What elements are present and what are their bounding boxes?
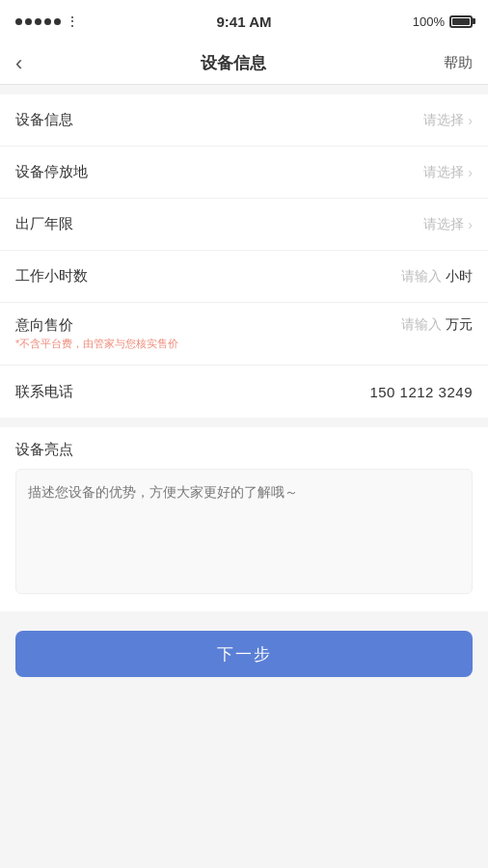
status-time: 9:41 AM: [217, 14, 272, 30]
phone-value: 150 1212 3249: [369, 384, 473, 400]
phone-row[interactable]: 联系电话 150 1212 3249: [0, 366, 488, 418]
manufacture-year-placeholder: 请选择: [423, 216, 464, 233]
device-location-label: 设备停放地: [15, 163, 88, 181]
phone-label: 联系电话: [15, 383, 73, 401]
intended-price-unit: 万元: [446, 316, 473, 334]
manufacture-year-right: 请选择 ›: [423, 216, 473, 233]
chevron-right-icon: ›: [468, 113, 473, 128]
work-hours-placeholder: 请输入: [401, 268, 442, 285]
work-hours-right: 请输入 小时: [401, 268, 473, 285]
device-info-label: 设备信息: [15, 111, 73, 129]
device-info-row[interactable]: 设备信息 请选择 ›: [0, 95, 488, 147]
highlight-textarea[interactable]: [15, 469, 473, 594]
status-left: ⋮: [15, 14, 79, 29]
highlight-label: 设备亮点: [15, 441, 473, 459]
device-location-right: 请选择 ›: [423, 164, 473, 181]
manufacture-year-label: 出厂年限: [15, 215, 73, 233]
signal-icon: [15, 18, 61, 25]
nav-bar: ‹ 设备信息 帮助: [0, 42, 488, 85]
back-button[interactable]: ‹: [15, 51, 22, 76]
manufacture-year-row[interactable]: 出厂年限 请选择 ›: [0, 199, 488, 251]
intended-price-placeholder: 请输入: [401, 316, 442, 334]
intended-price-row[interactable]: 意向售价 *不含平台费，由管家与您核实售价 请输入 万元: [0, 303, 488, 366]
chevron-right-icon: ›: [468, 217, 473, 232]
intended-price-label: 意向售价: [15, 316, 178, 335]
work-hours-label: 工作小时数: [15, 267, 88, 285]
intended-price-label-group: 意向售价 *不含平台费，由管家与您核实售价: [15, 316, 178, 351]
bottom-area: 下一步: [0, 611, 488, 706]
highlight-section: 设备亮点: [0, 427, 488, 611]
device-location-row[interactable]: 设备停放地 请选择 ›: [0, 147, 488, 199]
device-location-placeholder: 请选择: [423, 164, 464, 181]
intended-price-right: 请输入 万元: [401, 316, 473, 334]
form-section: 设备信息 请选择 › 设备停放地 请选择 › 出厂年限 请选择 › 工作小时数: [0, 95, 488, 418]
battery-percentage: 100%: [413, 14, 445, 29]
work-hours-row[interactable]: 工作小时数 请输入 小时: [0, 251, 488, 303]
device-info-placeholder: 请选择: [423, 112, 464, 129]
battery-icon: [449, 15, 473, 28]
intended-price-sublabel: *不含平台费，由管家与您核实售价: [15, 337, 178, 351]
chevron-right-icon: ›: [468, 165, 473, 180]
status-right: 100%: [413, 14, 473, 29]
help-button[interactable]: 帮助: [444, 54, 473, 72]
battery-fill: [452, 18, 470, 25]
status-bar: ⋮ 9:41 AM 100%: [0, 0, 488, 42]
work-hours-unit: 小时: [446, 268, 473, 285]
content-area: 设备信息 请选择 › 设备停放地 请选择 › 出厂年限 请选择 › 工作小时数: [0, 95, 488, 706]
wifi-icon: ⋮: [66, 14, 79, 29]
page-title: 设备信息: [201, 52, 266, 74]
device-info-right: 请选择 ›: [423, 112, 473, 129]
next-button[interactable]: 下一步: [15, 631, 473, 677]
